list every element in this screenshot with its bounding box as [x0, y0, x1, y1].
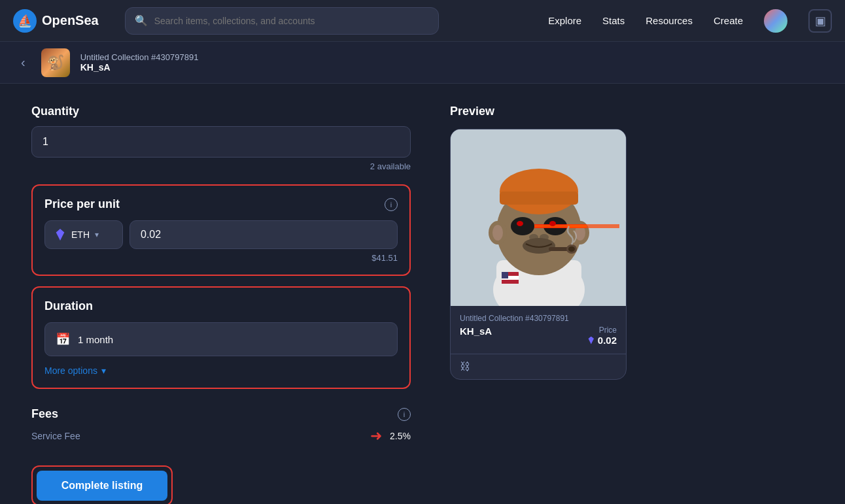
wallet-icon[interactable]: ▣ — [808, 9, 832, 33]
opensea-logo-icon: ⛵ — [13, 9, 37, 33]
preview-price-label: Price — [587, 326, 617, 335]
collection-user: KH_sA — [80, 62, 199, 73]
more-options-chevron-icon: ▾ — [101, 365, 106, 376]
fees-row: Service Fee ➜ 2.5% — [31, 428, 411, 445]
eth-icon — [54, 229, 66, 241]
svg-point-25 — [523, 238, 555, 254]
currency-select[interactable]: ETH ▾ — [44, 220, 123, 249]
service-fee-label: Service Fee — [31, 431, 80, 441]
fees-label: Fees — [31, 407, 58, 421]
svg-rect-7 — [502, 272, 508, 278]
currency-chevron-icon: ▾ — [95, 230, 99, 239]
search-icon: 🔍 — [135, 14, 148, 27]
preview-price-block: Price 0.02 — [587, 326, 617, 346]
svg-point-11 — [492, 225, 503, 241]
navbar: ⛵ OpenSea 🔍 Explore Stats Resources Crea… — [0, 0, 845, 42]
duration-section: Duration 📅 1 month More options ▾ — [31, 286, 411, 389]
duration-label: Duration — [44, 299, 93, 313]
complete-listing-button[interactable]: Complete listing — [37, 471, 167, 501]
duration-value: 1 month — [78, 334, 113, 345]
collection-thumbnail: 🐒 — [41, 48, 70, 77]
back-button[interactable]: ‹ — [16, 52, 31, 73]
quantity-input[interactable] — [31, 126, 411, 158]
quantity-label: Quantity — [31, 105, 411, 118]
svg-rect-6 — [502, 280, 519, 284]
search-bar[interactable]: 🔍 — [125, 7, 439, 35]
nft-illustration — [451, 129, 626, 306]
price-info-icon[interactable]: i — [385, 198, 398, 211]
svg-rect-15 — [500, 192, 578, 205]
nav-create[interactable]: Create — [714, 15, 743, 26]
main-content: Quantity 2 available Price per unit i ET… — [0, 84, 785, 504]
available-text: 2 available — [31, 161, 411, 171]
fee-value-row: ➜ 2.5% — [370, 428, 411, 445]
currency-label: ETH — [71, 229, 90, 240]
nav-stats[interactable]: Stats — [602, 15, 625, 26]
nav-explore[interactable]: Explore — [548, 15, 581, 26]
price-header: Price per unit i — [44, 197, 398, 211]
collection-info: Untitled Collection #430797891 KH_sA — [80, 52, 199, 73]
collection-thumb-image: 🐒 — [41, 48, 70, 77]
duration-header: Duration — [44, 299, 398, 313]
user-avatar[interactable] — [764, 9, 787, 33]
service-fee-value: 2.5% — [390, 431, 411, 441]
fees-header: Fees i — [31, 407, 411, 421]
calendar-icon: 📅 — [56, 332, 70, 346]
search-input[interactable] — [154, 16, 429, 26]
preview-card: Untitled Collection #430797891 KH_sA Pri… — [450, 129, 627, 380]
preview-label: Preview — [450, 105, 633, 118]
preview-footer: ⛓ — [451, 354, 626, 379]
usd-value: $41.51 — [44, 253, 398, 263]
duration-select[interactable]: 📅 1 month — [44, 322, 398, 356]
preview-info: Untitled Collection #430797891 KH_sA Pri… — [451, 306, 626, 354]
link-icon[interactable]: ⛓ — [460, 361, 470, 373]
preview-nft-name: KH_sA — [460, 326, 492, 337]
price-label: Price per unit — [44, 197, 120, 211]
fees-section: Fees i Service Fee ➜ 2.5% — [31, 407, 411, 445]
svg-point-16 — [511, 217, 534, 235]
complete-listing-button-wrap: Complete listing — [31, 465, 173, 504]
preview-name-price-row: KH_sA Price 0.02 — [460, 326, 617, 346]
svg-rect-20 — [534, 225, 587, 227]
preview-image — [451, 129, 626, 306]
more-options-button[interactable]: More options ▾ — [44, 365, 398, 376]
preview-price-amount: 0.02 — [598, 335, 617, 346]
nav-links: Explore Stats Resources Create ▣ — [548, 9, 832, 33]
preview-collection-name: Untitled Collection #430797891 — [460, 314, 617, 323]
breadcrumb-bar: ‹ 🐒 Untitled Collection #430797891 KH_sA — [0, 42, 845, 84]
price-row: ETH ▾ — [44, 220, 398, 249]
app-name: OpenSea — [42, 13, 99, 28]
fees-info-icon[interactable]: i — [398, 408, 411, 421]
svg-point-21 — [517, 221, 523, 226]
price-section: Price per unit i ETH ▾ $41.51 — [31, 184, 411, 276]
price-input[interactable] — [129, 220, 398, 249]
preview-eth-icon — [587, 337, 595, 344]
logo[interactable]: ⛵ OpenSea — [13, 9, 99, 33]
left-panel: Quantity 2 available Price per unit i ET… — [31, 105, 411, 504]
collection-name: Untitled Collection #430797891 — [80, 52, 199, 62]
arrow-right-icon: ➜ — [370, 428, 382, 445]
preview-price-value: 0.02 — [587, 335, 617, 346]
svg-point-22 — [549, 221, 556, 226]
svg-point-28 — [568, 246, 575, 252]
nav-resources[interactable]: Resources — [646, 15, 693, 26]
more-options-label: More options — [44, 365, 97, 376]
right-panel: Preview — [450, 105, 633, 504]
